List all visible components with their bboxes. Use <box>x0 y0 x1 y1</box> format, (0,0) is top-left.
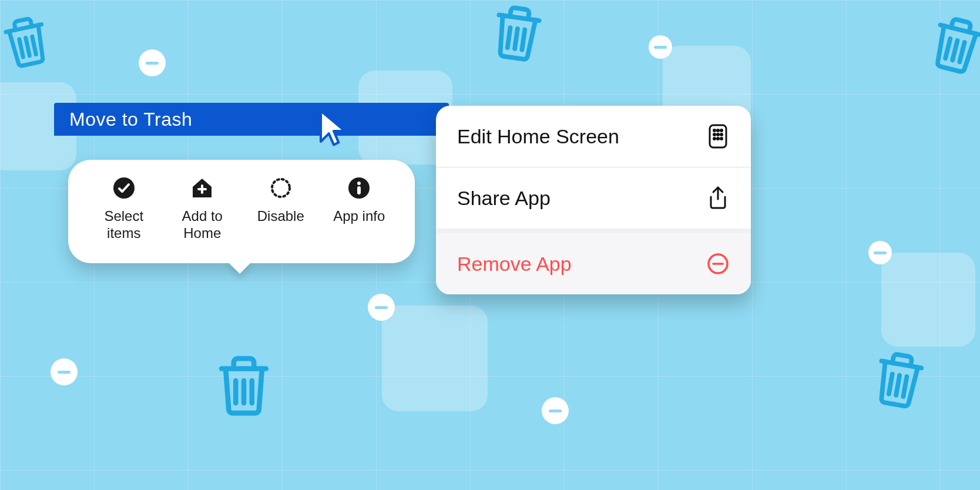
svg-point-14 <box>721 138 723 140</box>
svg-point-12 <box>714 138 716 140</box>
select-items-button[interactable]: Select items <box>86 176 162 242</box>
minus-badge-icon <box>649 35 672 59</box>
trash-icon <box>484 0 551 68</box>
cursor-icon <box>317 109 350 150</box>
share-icon <box>706 186 730 210</box>
home-plus-icon <box>190 176 214 200</box>
menu-item-label: Share App <box>457 187 551 210</box>
svg-point-7 <box>717 130 719 132</box>
check-circle-icon <box>112 176 136 200</box>
trash-icon <box>212 350 276 420</box>
minus-badge-icon <box>542 397 569 424</box>
action-label: App info <box>333 208 385 225</box>
share-app-item[interactable]: Share App <box>436 167 751 229</box>
minus-badge-icon <box>51 358 78 385</box>
trash-icon <box>864 342 934 416</box>
move-to-trash-label: Move to Trash <box>69 109 192 130</box>
svg-point-8 <box>721 130 723 132</box>
bg-square <box>382 306 488 411</box>
info-icon <box>347 176 371 200</box>
bg-square <box>881 253 975 347</box>
phone-grid-icon <box>706 125 730 148</box>
svg-point-6 <box>714 130 716 132</box>
ios-context-menu: Edit Home Screen Share App Remove App <box>436 106 751 294</box>
disable-button[interactable]: Disable <box>243 176 319 242</box>
minus-circle-icon <box>706 252 730 276</box>
add-to-home-button[interactable]: Add to Home <box>164 176 240 242</box>
action-label: Add to Home <box>164 208 240 242</box>
move-to-trash-menuitem[interactable]: Move to Trash <box>54 103 449 136</box>
svg-point-9 <box>714 134 716 136</box>
app-info-button[interactable]: App info <box>321 176 397 242</box>
action-label: Select items <box>86 208 162 242</box>
svg-point-1 <box>272 179 290 197</box>
svg-point-3 <box>357 182 361 185</box>
minus-badge-icon <box>868 241 892 264</box>
svg-point-13 <box>717 138 719 140</box>
edit-home-screen-item[interactable]: Edit Home Screen <box>436 106 751 167</box>
menu-item-label: Edit Home Screen <box>457 125 619 148</box>
svg-point-10 <box>717 134 719 136</box>
svg-point-11 <box>721 134 723 136</box>
action-label: Disable <box>257 208 304 225</box>
svg-rect-4 <box>357 186 361 194</box>
remove-app-item[interactable]: Remove App <box>436 229 751 294</box>
android-action-popover: Select items Add to Home Disable App inf… <box>68 160 415 263</box>
dotted-circle-icon <box>269 176 293 200</box>
minus-badge-icon <box>139 49 166 76</box>
minus-badge-icon <box>368 294 395 321</box>
menu-item-label: Remove App <box>457 253 572 276</box>
